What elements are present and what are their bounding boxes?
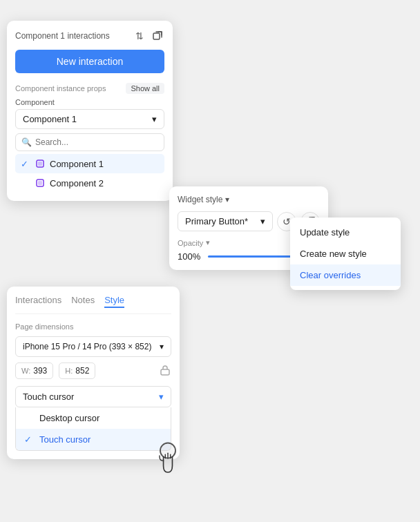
component-interactions-panel: Component 1 interactions ⇅ New interacti…	[7, 21, 173, 201]
component-label: Component	[15, 98, 164, 106]
svg-rect-0	[153, 33, 160, 39]
reorder-icon[interactable]: ⇅	[133, 29, 146, 43]
chevron-down-icon: ▾	[152, 114, 157, 124]
instance-props-label: Component instance props Show all	[15, 83, 164, 94]
opacity-chevron-icon: ▾	[206, 238, 210, 247]
opacity-value: 100%	[178, 251, 202, 262]
svg-rect-6	[161, 369, 169, 375]
search-row: 🔍	[15, 133, 164, 151]
export-icon[interactable]	[151, 29, 164, 43]
page-dimensions-label: Page dimensions	[15, 322, 171, 331]
cursor-dropdown: ✓ Desktop cursor ✓ Touch cursor	[15, 407, 171, 451]
widget-style-title: Widget style	[178, 195, 222, 204]
chevron-down-widget-icon: ▾	[225, 195, 229, 204]
tab-style[interactable]: Style	[104, 295, 124, 308]
svg-rect-2	[38, 162, 42, 166]
dropdown-item-label-2: Component 2	[50, 178, 104, 188]
component-icon	[35, 158, 46, 169]
cursor-item-desktop[interactable]: ✓ Desktop cursor	[16, 407, 171, 429]
search-icon: 🔍	[21, 137, 32, 147]
tabs-row: Interactions Notes Style	[15, 295, 171, 314]
ctx-update-style[interactable]: Update style	[290, 222, 401, 243]
check-touch-icon: ✓	[24, 434, 34, 445]
check-icon: ✓	[21, 159, 30, 169]
height-box: H: 852	[59, 362, 95, 379]
context-menu: Update style Create new style Clear over…	[290, 218, 401, 290]
phone-model-select[interactable]: iPhone 15 Pro / 14 Pro (393 × 852) ▾	[15, 336, 171, 357]
widget-style-header: Widget style ▾	[178, 195, 320, 204]
header-icons: ⇅	[133, 29, 164, 43]
panel-title: Component 1 interactions	[15, 31, 110, 41]
cursor-item-touch[interactable]: ✓ Touch cursor	[16, 429, 171, 450]
panel-header: Component 1 interactions ⇅	[15, 29, 164, 43]
dropdown-item-component2[interactable]: ✓ Component 2	[15, 173, 164, 193]
lock-icon[interactable]	[159, 364, 171, 378]
svg-rect-4	[38, 181, 42, 185]
new-interaction-button[interactable]: New interaction	[15, 50, 164, 73]
widget-style-select[interactable]: Primary Button* ▾	[178, 211, 273, 231]
cursor-select[interactable]: Touch cursor ▾	[15, 386, 171, 407]
style-panel: Interactions Notes Style Page dimensions…	[7, 287, 180, 459]
hand-cursor-icon	[151, 439, 185, 481]
tab-interactions[interactable]: Interactions	[15, 295, 61, 308]
chevron-down-cursor-icon: ▾	[159, 392, 164, 402]
chevron-down-icon: ▾	[260, 216, 265, 226]
ctx-clear-overrides[interactable]: Clear overrides	[290, 264, 401, 286]
width-box: W: 393	[15, 362, 53, 379]
component-icon-2	[35, 177, 46, 188]
dimensions-row: W: 393 H: 852	[15, 362, 171, 379]
show-all-button[interactable]: Show all	[126, 83, 164, 94]
tab-notes[interactable]: Notes	[71, 295, 95, 308]
component-select[interactable]: Component 1 ▾	[15, 109, 164, 129]
ctx-create-new-style[interactable]: Create new style	[290, 243, 401, 264]
dropdown-item-component1[interactable]: ✓ Component 1	[15, 154, 164, 173]
search-input[interactable]	[35, 137, 158, 147]
chevron-down-phone-icon: ▾	[160, 342, 164, 351]
dropdown-item-label: Component 1	[50, 159, 104, 169]
